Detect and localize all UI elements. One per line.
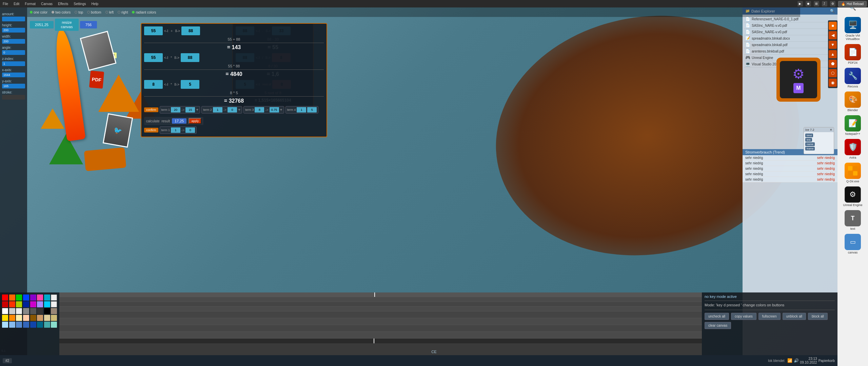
color-peach[interactable] — [23, 315, 29, 321]
toolbar-icon-4[interactable]: ⤴ — [822, 1, 827, 6]
calc-input-3a[interactable] — [144, 80, 163, 89]
term2-input-1[interactable] — [213, 107, 222, 113]
color-sand[interactable] — [44, 315, 50, 321]
color-red-2[interactable] — [9, 301, 15, 307]
color-brown[interactable] — [30, 315, 36, 321]
plus-icon-2[interactable]: + — [238, 107, 240, 112]
confirm-btn-1[interactable]: confirm — [144, 107, 158, 112]
tool-btn-6[interactable]: ⬡ — [829, 69, 837, 77]
taskbar-item-2[interactable]: #2 — [3, 358, 12, 363]
app-unreal[interactable]: ⚙ Unreal Engine — [839, 185, 866, 208]
app-notepadpp[interactable]: 📝 Notepad++ — [839, 114, 866, 137]
file-item-4[interactable]: 📝 spreadmatrix.blnkall.docx — [744, 35, 836, 42]
angle-value[interactable]: 0 — [2, 50, 25, 55]
app-virtualbox[interactable]: 🖥️ Oracle VM VirtualBox — [839, 16, 866, 42]
color-lightblue[interactable] — [2, 322, 8, 328]
radio-one-color[interactable]: one color — [30, 11, 47, 14]
stroke-value[interactable] — [2, 95, 25, 100]
bind-chip[interactable]: bind — [805, 134, 813, 137]
timeline-track-2[interactable] — [59, 297, 702, 302]
ue-icon-card[interactable]: ⚙ M — [776, 58, 821, 102]
calc-input-2a[interactable] — [144, 53, 163, 62]
timeline-track-1[interactable] — [59, 292, 702, 297]
radio-radiant[interactable]: radiant colors — [132, 11, 156, 14]
color-teal-1[interactable] — [44, 294, 50, 301]
confirm-btn-2[interactable]: confirm — [144, 128, 158, 133]
z-index-value[interactable]: 1 — [2, 61, 25, 66]
toolbar-effects[interactable]: Effects — [57, 1, 70, 6]
file-item-2[interactable]: 📄 SASInc_NARE-v.v0.pdf — [744, 22, 836, 29]
term1-input-2[interactable] — [185, 107, 195, 113]
tool-btn-3[interactable]: ▼ — [829, 41, 837, 49]
color-lime[interactable] — [16, 301, 22, 307]
radio-bottom[interactable]: bottom — [87, 11, 101, 14]
toolbar-help[interactable]: Help — [90, 1, 100, 6]
timeline-track-3[interactable] — [59, 302, 702, 307]
toolbar-icon-3[interactable]: ⊞ — [814, 1, 819, 6]
term3-input-1[interactable] — [255, 107, 264, 113]
app-qdir[interactable]: Q-Dir.exe — [839, 161, 866, 184]
checkbox-1[interactable]: ✓ — [51, 294, 57, 301]
amount-value[interactable] — [2, 17, 25, 21]
color-mint[interactable] — [51, 322, 57, 328]
tool-btn-5[interactable]: ⬟ — [829, 60, 837, 68]
unblock-all-btn[interactable]: unblock all — [783, 313, 806, 320]
x-axis-value[interactable]: 1644 — [2, 73, 25, 77]
color-magenta[interactable] — [30, 301, 36, 307]
toolbar-icon-1[interactable]: ▶ — [797, 1, 803, 6]
y-axis-value[interactable]: 165 — [2, 84, 25, 88]
calc-input-3b[interactable] — [181, 80, 199, 89]
value-display-btn[interactable]: 2051,25 — [30, 21, 54, 28]
toolbar-icon-2[interactable]: ⏺ — [806, 1, 811, 6]
color-orange-r[interactable] — [9, 294, 15, 301]
term2-input-2[interactable] — [228, 107, 237, 113]
color-silver[interactable] — [9, 308, 15, 314]
plus-icon-3[interactable]: + — [280, 107, 282, 112]
tool-btn-1[interactable]: ■ — [829, 22, 837, 30]
apply-result-btn[interactable]: apply — [189, 118, 201, 124]
color-white[interactable] — [2, 308, 8, 314]
term1b-input-1[interactable] — [171, 127, 180, 133]
number-btn[interactable]: 756 — [80, 21, 97, 28]
app-avira[interactable]: 🛡️ Avira — [839, 138, 866, 161]
block-all-btn[interactable]: block all — [808, 313, 828, 320]
checkbox-2[interactable]: ✓ — [51, 301, 57, 307]
color-purple[interactable] — [30, 294, 36, 301]
timeline-track-5[interactable] — [59, 311, 702, 318]
color-navy[interactable] — [23, 301, 29, 307]
color-darkgray[interactable] — [30, 308, 36, 314]
color-blue[interactable] — [23, 294, 29, 301]
color-lightgray[interactable] — [16, 308, 22, 314]
color-khaki[interactable] — [51, 315, 57, 321]
radio-two-colors[interactable]: two colors — [52, 11, 71, 14]
dialog-close-icon[interactable]: ✕ — [830, 128, 832, 131]
color-cyan[interactable] — [44, 301, 50, 307]
color-midblue[interactable] — [23, 322, 29, 328]
papierkorb-label[interactable]: Papierkorb — [818, 359, 835, 363]
width-value[interactable]: 200 — [2, 39, 25, 44]
plus-icon-1[interactable]: + — [196, 107, 198, 112]
color-red[interactable] — [2, 294, 8, 301]
tool-btn-4[interactable]: ▲ — [829, 50, 837, 58]
term3-input-2[interactable] — [270, 107, 279, 113]
radio-right[interactable]: right — [118, 11, 128, 14]
toolbar-edit[interactable]: Edit — [12, 1, 21, 6]
term4-input-1[interactable] — [297, 107, 306, 113]
fullscreen-btn[interactable]: fullscreen — [758, 313, 781, 320]
calc-input-1a[interactable] — [144, 26, 163, 35]
color-skyblue[interactable] — [9, 322, 15, 328]
color-tan[interactable] — [37, 315, 43, 321]
app-recuva[interactable]: 🔧 Recuva — [839, 66, 866, 89]
color-darkblue[interactable] — [30, 322, 36, 328]
resize-canvas-btn[interactable]: resize canvas — [55, 19, 79, 31]
color-orange[interactable] — [9, 315, 15, 321]
calc-input-1b[interactable] — [181, 26, 200, 35]
term1-input-1[interactable] — [171, 107, 180, 113]
tool-btn-7[interactable]: ◉ — [829, 79, 837, 87]
clear-canvas-btn[interactable]: clear canvas — [705, 322, 731, 329]
timeline-track-7[interactable] — [59, 325, 702, 332]
file-item-6[interactable]: 📄 arenteres.blnkball.pdf — [744, 48, 836, 55]
lok-blendet-btn[interactable]: lok blendet — [768, 359, 784, 363]
file-item-5[interactable]: 📄 spreadmatrix.blnkall.pdf — [744, 42, 836, 48]
color-teal-2[interactable] — [37, 322, 43, 328]
